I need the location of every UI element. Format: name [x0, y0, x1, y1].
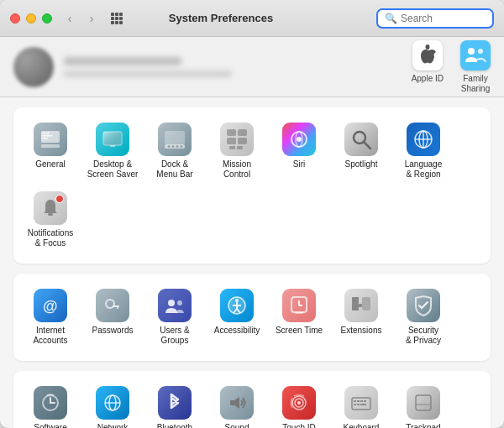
svg-rect-74: [360, 400, 363, 402]
general-icon: [34, 123, 67, 156]
pref-item-passwords[interactable]: Passwords: [82, 284, 143, 351]
dock-icon: [158, 123, 192, 156]
siri-label: Siri: [293, 159, 305, 170]
svg-marker-67: [234, 397, 239, 409]
pref-item-siri[interactable]: Siri: [269, 117, 329, 185]
svg-rect-76: [354, 404, 356, 405]
pref-item-dock[interactable]: Dock &Menu Bar: [144, 117, 205, 185]
security-svg: [412, 294, 435, 317]
network-label: Network: [97, 423, 129, 428]
minimize-button[interactable]: [26, 13, 36, 23]
pref-item-network[interactable]: Network: [82, 381, 143, 428]
svg-rect-19: [110, 145, 115, 147]
pref-item-touchid[interactable]: Touch ID: [269, 381, 329, 428]
svg-rect-18: [103, 132, 122, 145]
pref-item-sound[interactable]: Sound: [207, 381, 267, 428]
svg-rect-72: [354, 400, 356, 402]
svg-rect-30: [229, 146, 235, 149]
svg-rect-66: [230, 400, 234, 405]
pref-item-accessibility[interactable]: Accessibility: [207, 284, 267, 351]
svg-point-49: [235, 299, 239, 302]
pref-item-mission[interactable]: MissionControl: [207, 117, 267, 185]
general-label: General: [35, 159, 66, 170]
svg-rect-61: [362, 297, 370, 311]
pref-item-screentime[interactable]: Screen Time: [269, 284, 329, 351]
accessibility-label: Accessibility: [214, 326, 260, 336]
window-title: System Preferences: [66, 12, 376, 24]
trackpad-label: Trackpad: [406, 423, 440, 428]
touchid-svg: [287, 391, 311, 415]
siri-svg: [287, 128, 311, 151]
extensions-icon: [344, 289, 378, 322]
accessibility-svg: [225, 294, 249, 317]
pref-item-security[interactable]: Security& Privacy: [393, 284, 454, 351]
pref-item-notifications[interactable]: Notifications& Focus: [20, 186, 81, 253]
mission-icon: [220, 123, 254, 156]
pref-item-desktop[interactable]: Desktop &Screen Saver: [82, 117, 143, 185]
trackpad-icon: [407, 386, 440, 420]
accessibility-icon: [220, 289, 254, 322]
section-2: @ InternetAccounts Passwords: [13, 274, 491, 361]
pref-item-extensions[interactable]: Extensions: [331, 284, 391, 351]
security-icon: [407, 289, 440, 322]
internet-label: InternetAccounts: [33, 326, 67, 346]
keyboard-svg: [349, 391, 373, 415]
screentime-label: Screen Time: [276, 326, 323, 336]
bluetooth-label: Bluetooth: [157, 423, 192, 428]
sound-label: Sound: [225, 423, 249, 428]
desktop-icon: [96, 123, 129, 156]
profile-section: Apple ID FamilySharing: [0, 37, 504, 97]
mission-svg: [225, 128, 249, 151]
bluetooth-svg: [163, 391, 186, 415]
family-sharing-item[interactable]: FamilySharing: [460, 40, 491, 94]
svg-rect-59: [359, 304, 362, 307]
svg-rect-15: [41, 138, 48, 139]
svg-point-25: [181, 145, 183, 148]
internet-icon: @: [34, 289, 67, 322]
language-svg: [412, 128, 435, 151]
spotlight-svg: [349, 128, 373, 151]
language-label: Language& Region: [405, 159, 443, 180]
svg-point-34: [297, 137, 302, 142]
network-svg: [101, 391, 124, 415]
apple-logo: [418, 44, 437, 66]
user-name-blur: [64, 57, 181, 65]
touchid-label: Touch ID: [282, 423, 315, 428]
search-input[interactable]: [401, 13, 493, 24]
section-1: General Desktop &Screen Saver: [13, 107, 491, 264]
search-bar[interactable]: 🔍: [376, 8, 494, 29]
user-info: [64, 57, 402, 77]
pref-item-users[interactable]: Users &Groups: [144, 284, 205, 351]
pref-item-spotlight[interactable]: Spotlight: [331, 117, 391, 185]
desktop-label: Desktop &Screen Saver: [87, 159, 139, 180]
family-sharing-label: FamilySharing: [461, 74, 490, 94]
sound-icon: [220, 386, 254, 420]
keyboard-icon: [344, 386, 378, 420]
svg-rect-45: [117, 305, 118, 309]
svg-point-11: [478, 49, 483, 54]
notifications-label: Notifications& Focus: [28, 228, 73, 248]
pref-item-software[interactable]: SoftwareUpdate: [20, 381, 81, 428]
svg-point-10: [468, 48, 475, 55]
siri-icon: [282, 123, 316, 156]
svg-rect-13: [41, 133, 50, 134]
traffic-lights: [10, 13, 52, 23]
spotlight-icon: [344, 123, 378, 156]
notification-badge: [55, 195, 64, 203]
svg-point-9: [425, 44, 429, 50]
pref-item-keyboard[interactable]: Keyboard: [331, 381, 391, 428]
pref-item-trackpad[interactable]: Trackpad: [393, 381, 454, 428]
svg-text:@: @: [43, 298, 58, 315]
svg-rect-78: [360, 404, 366, 405]
pref-item-general[interactable]: General: [20, 117, 81, 185]
svg-rect-60: [352, 297, 359, 304]
pref-item-language[interactable]: Language& Region: [393, 117, 454, 185]
apple-id-item[interactable]: Apple ID: [412, 40, 444, 94]
pref-item-bluetooth[interactable]: Bluetooth: [144, 381, 205, 428]
maximize-button[interactable]: [42, 13, 52, 23]
pref-item-internet[interactable]: @ InternetAccounts: [20, 284, 81, 351]
dock-svg: [163, 128, 186, 151]
keyboard-label: Keyboard: [344, 423, 380, 428]
extensions-label: Extensions: [341, 326, 382, 336]
close-button[interactable]: [10, 13, 20, 23]
